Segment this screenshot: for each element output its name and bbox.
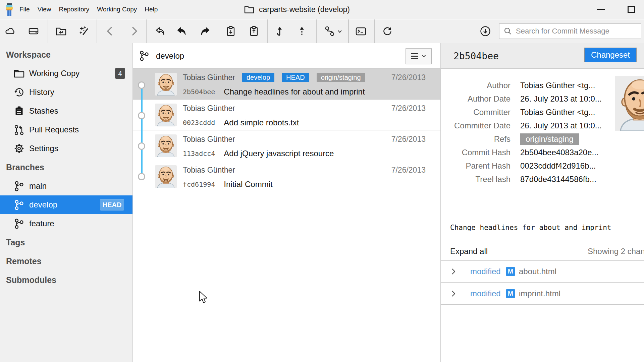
sidebar-item-branch-main[interactable]: main [0, 177, 132, 195]
detail-commit-message: Change headlines for about and imprint [450, 221, 644, 234]
menu-help[interactable]: Help [145, 6, 158, 13]
sidebar-header-workspace: Workspace [0, 45, 132, 64]
commit-hash: 0023cddd [183, 119, 215, 127]
toolbar [0, 19, 644, 43]
expand-all-link[interactable]: Expand all [450, 245, 488, 258]
folder-icon [244, 5, 254, 14]
sidebar-item-label: feature [29, 219, 54, 228]
chevron-down-icon[interactable] [337, 29, 342, 34]
commit-date: 7/26/2013 [391, 164, 426, 176]
undo-icon[interactable] [176, 25, 187, 37]
commit-detail-panel: 2b504bee Changeset Author Tobias Günther… [441, 43, 644, 362]
magic-wand-icon[interactable] [79, 25, 90, 37]
menu-working-copy[interactable]: Working Copy [97, 6, 137, 13]
stash-save-icon[interactable] [225, 25, 236, 37]
sidebar-header-tags[interactable]: Tags [0, 233, 132, 252]
mouse-cursor [199, 291, 208, 304]
menu-repository[interactable]: Repository [59, 6, 89, 13]
title-bar: File View Repository Working Copy Help c… [0, 0, 644, 19]
commit-list-header: develop [133, 43, 440, 69]
stashes-icon [13, 105, 25, 117]
avatar [615, 76, 644, 126]
compare-branch-icon[interactable] [324, 25, 335, 37]
fetch-icon[interactable] [480, 25, 491, 37]
sidebar: Workspace Working Copy 4 History Stashes… [0, 43, 133, 362]
maximize-button[interactable] [628, 6, 635, 13]
showing-changes-label: Showing 2 changed files [588, 245, 644, 258]
redo-icon[interactable] [199, 25, 211, 37]
commit-hash: 113adcc4 [183, 149, 215, 158]
field-value-committer-date: 26. July 2013 at 10:0... [520, 119, 602, 132]
branch-badge: develop [242, 73, 274, 82]
changed-file-row[interactable]: modified M imprint.html [441, 283, 644, 305]
pull-icon[interactable] [274, 25, 285, 37]
sidebar-header-remotes[interactable]: Remotes [0, 252, 132, 270]
sidebar-item-branch-feature[interactable]: feature [0, 214, 132, 233]
push-icon[interactable] [296, 25, 308, 37]
commit-row[interactable]: Tobias Günther 7/26/2013 fcd61994 Initia… [133, 161, 440, 192]
back-icon[interactable] [104, 25, 116, 37]
sidebar-item-label: Settings [29, 144, 58, 153]
field-label: Commit Hash [441, 146, 511, 159]
sidebar-item-history[interactable]: History [0, 83, 132, 102]
history-icon [13, 86, 25, 98]
sidebar-item-stashes[interactable]: Stashes [0, 102, 132, 120]
open-in-external-icon[interactable] [155, 25, 166, 37]
sidebar-item-label: History [29, 87, 54, 97]
commit-row[interactable]: Tobias Günther 7/26/2013 113adcc4 Add jQ… [133, 130, 440, 161]
commit-graph-line [141, 85, 143, 177]
avatar [155, 134, 177, 157]
refresh-icon[interactable] [382, 25, 393, 37]
menu-file[interactable]: File [19, 6, 30, 13]
open-repository-icon[interactable] [55, 25, 67, 37]
menu-bar: File View Repository Working Copy Help [19, 0, 158, 19]
commit-graph-node [138, 142, 145, 150]
folder-icon [13, 68, 25, 79]
changed-file-row[interactable]: modified M about.html [441, 260, 644, 283]
avatar [155, 165, 177, 188]
head-badge: HEAD [100, 199, 124, 210]
commit-row[interactable]: Tobias Günther develop HEAD origin/stagi… [133, 69, 440, 100]
terminal-icon[interactable] [355, 25, 367, 37]
field-value-author-date: 26. July 2013 at 10:0... [520, 92, 602, 106]
detail-header: 2b504bee Changeset [441, 43, 644, 69]
avatar [155, 73, 177, 96]
branch-icon [13, 180, 25, 192]
modified-badge: M [506, 267, 515, 276]
sidebar-header-submodules[interactable]: Submodules [0, 270, 132, 289]
detail-commit-hash: 2b504bee [453, 43, 499, 69]
gear-icon [13, 143, 25, 155]
commit-row[interactable]: Tobias Günther 7/26/2013 0023cddd Add si… [133, 100, 440, 130]
working-copy-count-badge: 4 [115, 68, 125, 79]
commit-date: 7/26/2013 [391, 102, 426, 114]
sidebar-item-label: Working Copy [29, 69, 79, 78]
field-label: Committer Date [441, 119, 511, 132]
menu-view[interactable]: View [38, 6, 51, 13]
sidebar-item-pull-requests[interactable]: Pull Requests [0, 120, 132, 139]
chevron-right-icon[interactable] [450, 290, 457, 297]
search-input[interactable] [516, 27, 641, 36]
forward-icon[interactable] [128, 25, 140, 37]
field-label: Author [441, 79, 511, 92]
chevron-right-icon[interactable] [450, 268, 457, 275]
app-icon [5, 3, 14, 16]
stash-pop-icon[interactable] [248, 25, 260, 37]
sidebar-item-label: Stashes [29, 106, 58, 116]
avatar [155, 104, 177, 126]
field-label: Author Date [441, 92, 511, 106]
changeset-button[interactable]: Changeset [584, 48, 637, 62]
drive-icon[interactable] [28, 25, 39, 37]
field-value-commit-hash: 2b504bee4083a20e... [520, 146, 599, 159]
list-options-button[interactable] [406, 48, 432, 64]
field-label: TreeHash [441, 173, 511, 186]
file-status: modified [470, 283, 501, 305]
sidebar-item-working-copy[interactable]: Working Copy 4 [0, 64, 132, 83]
field-value-author: Tobias Günther <tg... [520, 79, 595, 92]
branch-icon [13, 218, 25, 230]
refs-badge: origin/staging [520, 133, 579, 145]
sidebar-item-settings[interactable]: Settings [0, 139, 132, 158]
field-value-committer: Tobias Günther <tg... [520, 106, 595, 119]
minimize-button[interactable] [597, 9, 605, 10]
sidebar-item-branch-develop[interactable]: develop HEAD [0, 195, 132, 214]
cloud-icon[interactable] [5, 25, 16, 37]
